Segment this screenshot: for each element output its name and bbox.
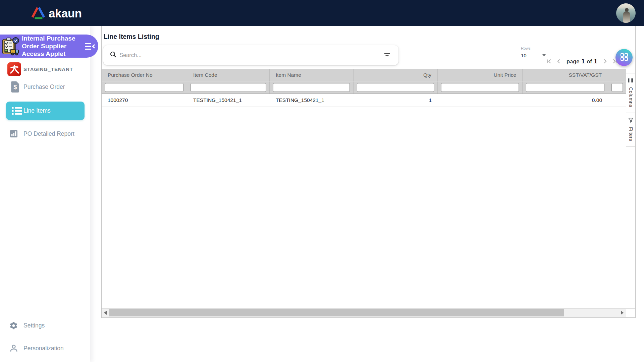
column-header-extra[interactable] [608,69,626,81]
filter-input-purchase-order-no[interactable] [105,83,183,92]
cell-unit-price [438,94,523,107]
applet-title: Internal Purchase Order Supplier Access … [22,35,81,58]
column-header-qty[interactable]: Qty [354,69,438,81]
scrollbar-corner [626,308,635,317]
table-filter-row [102,81,626,94]
sidebar-item-label: Line Items [23,107,51,114]
gear-icon [9,321,18,330]
cell-purchase-order-no: 1000270 [102,94,187,107]
sidebar: Internal Purchase Order Supplier Access … [0,26,90,362]
table-header-row: Purchase Order No Item Code Item Name Qt… [102,69,626,81]
table-row[interactable]: 1000270 TESTING_150421_1 TESTING_150421_… [102,94,626,107]
first-page-icon[interactable] [546,58,553,65]
list-icon [12,107,22,115]
total-pages: 1 [594,58,597,65]
rows-label: Rows [521,46,546,50]
cell-item-name: TESTING_150421_1 [270,94,354,107]
brand-logo-text: akaun [49,7,82,20]
search-icon [110,51,116,59]
chevron-left-icon[interactable] [555,58,562,65]
scrollbar-thumb[interactable] [109,309,564,316]
brand-logo: akaun [31,6,82,21]
cell-extra [608,94,626,107]
tab-filters[interactable]: Filters [626,113,635,147]
sidebar-item-label: Purchase Order [23,83,65,90]
sidebar-item-po-detailed-report[interactable]: PO Detailed Report [0,126,90,141]
purchase-clipboard-icon [1,37,20,56]
sidebar-item-purchase-order[interactable]: $ Purchase Order [0,79,90,94]
column-header-sst-vat-gst[interactable]: SST/VAT/GST [523,69,608,81]
sidebar-item-label: PO Detailed Report [23,130,74,137]
apps-grid-button[interactable] [615,49,633,66]
chevron-right-icon[interactable] [601,58,609,65]
scroll-right-arrow-icon[interactable] [621,311,624,315]
line-items-table: Purchase Order No Item Code Item Name Qt… [102,69,626,107]
user-avatar[interactable] [616,3,636,23]
sidebar-item-tenant[interactable]: STAGING_TENANT [0,62,90,76]
filter-input-unit-price[interactable] [441,83,519,92]
top-navbar: akaun [0,0,644,26]
page-title: Line Items Listing [104,33,159,41]
pagination: page 1 of 1 [546,55,618,67]
bar-chart-icon [10,130,18,138]
main-panel: Line Items Listing Rows 10 [101,26,636,318]
cell-qty: 1 [354,94,438,107]
filter-input-qty[interactable] [357,83,434,92]
cell-sst-vat-gst: 0.00 [523,94,608,107]
column-header-unit-price[interactable]: Unit Price [438,69,523,81]
document-dollar-icon: $ [9,80,22,93]
tab-label: Columns [628,87,634,107]
sidebar-item-label: Settings [23,322,45,329]
collapse-menu-icon[interactable] [83,39,97,53]
tenant-logo-icon [7,62,21,76]
current-page: 1 [582,58,585,65]
table-side-strip: Columns Filters [626,69,635,308]
person-icon [9,344,18,353]
filter-input-item-code[interactable] [191,83,266,92]
column-header-purchase-order-no[interactable]: Purchase Order No [102,69,187,81]
cell-item-code: TESTING_150421_1 [187,94,270,107]
chevron-down-icon [542,54,546,56]
horizontal-scrollbar[interactable] [102,308,626,317]
sidebar-item-label: Personalization [23,345,64,352]
rows-per-page-select[interactable]: Rows 10 [521,46,546,61]
sidebar-item-line-items[interactable]: Line Items [6,102,85,120]
search-input[interactable] [119,52,382,58]
column-header-item-name[interactable]: Item Name [270,69,354,81]
sidebar-item-settings[interactable]: Settings [0,318,90,333]
rows-value: 10 [521,53,527,58]
filter-list-icon[interactable] [382,51,392,60]
triangle-logo-icon [31,6,46,21]
filter-input-item-name[interactable] [273,83,350,92]
svg-text:$: $ [13,84,17,90]
scroll-left-arrow-icon[interactable] [104,311,107,315]
page-indicator: page 1 of 1 [567,58,597,65]
funnel-icon [628,118,634,124]
sidebar-item-label: STAGING_TENANT [23,66,73,72]
column-header-item-code[interactable]: Item Code [187,69,270,81]
columns-icon [628,78,633,84]
search-bar [103,45,398,65]
filter-input-extra[interactable] [611,83,623,92]
apps-grid-icon [620,53,628,62]
tab-columns[interactable]: Columns [626,73,635,113]
filter-input-sst-vat-gst[interactable] [526,83,604,92]
applet-badge: Internal Purchase Order Supplier Access … [0,35,98,58]
tab-label: Filters [628,127,634,141]
sidebar-item-personalization[interactable]: Personalization [0,341,90,356]
